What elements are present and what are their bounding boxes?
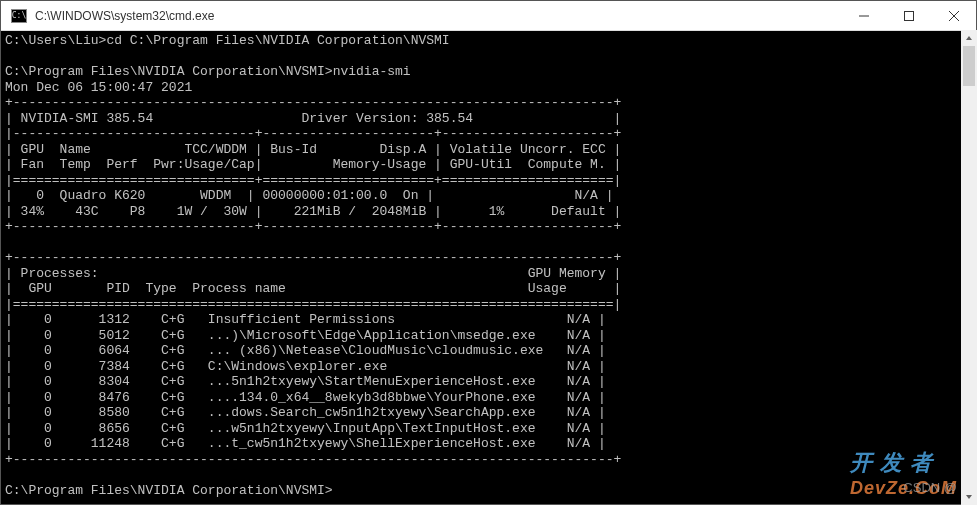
- svg-rect-0: [904, 11, 913, 20]
- window-controls: [841, 1, 976, 30]
- scroll-down-button[interactable]: [961, 489, 977, 505]
- scrollbar-thumb[interactable]: [963, 46, 975, 86]
- cmd-window: C:\ C:\WINDOWS\system32\cmd.exe C:\Users…: [0, 0, 977, 505]
- terminal-output[interactable]: C:\Users\Liu>cd C:\Program Files\NVIDIA …: [1, 31, 976, 504]
- app-icon: C:\: [7, 6, 31, 26]
- window-title: C:\WINDOWS\system32\cmd.exe: [31, 9, 841, 23]
- titlebar[interactable]: C:\ C:\WINDOWS\system32\cmd.exe: [1, 1, 976, 31]
- vertical-scrollbar[interactable]: [961, 30, 977, 505]
- maximize-button[interactable]: [886, 1, 931, 30]
- scroll-up-button[interactable]: [961, 30, 977, 46]
- minimize-button[interactable]: [841, 1, 886, 30]
- scrollbar-track[interactable]: [961, 46, 977, 489]
- close-button[interactable]: [931, 1, 976, 30]
